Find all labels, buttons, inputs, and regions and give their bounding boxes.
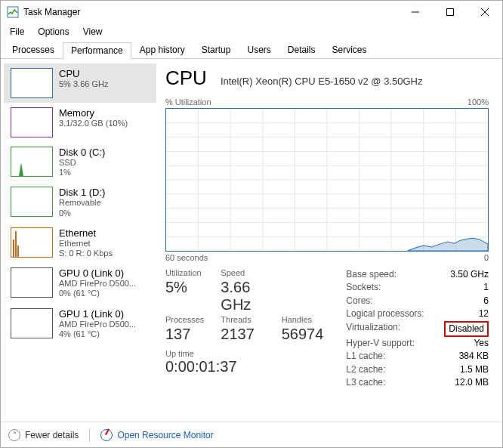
- sidebar-eth-title: Ethernet: [59, 227, 113, 239]
- cpu-thumb: [11, 68, 53, 98]
- threads-label: Threads: [221, 315, 264, 324]
- l1-value: 384 KB: [459, 350, 489, 363]
- tab-processes[interactable]: Processes: [4, 42, 63, 58]
- sidebar-disk1-title: Disk 1 (D:): [59, 187, 105, 198]
- app-icon: [7, 6, 19, 18]
- maximize-button[interactable]: [433, 1, 468, 23]
- l3-value: 12.0 MB: [455, 376, 489, 389]
- disk1-thumb: [11, 187, 53, 217]
- sidebar-item-gpu1[interactable]: GPU 1 (Link 0) AMD FirePro D500... 4% (6…: [4, 304, 156, 344]
- tab-services[interactable]: Services: [324, 42, 375, 58]
- handles-value: 56974: [282, 326, 324, 343]
- sidebar-eth-sub2: S: 0 R: 0 Kbps: [59, 249, 113, 258]
- sidebar-gpu0-sub2: 0% (61 °C): [59, 289, 136, 298]
- tab-users[interactable]: Users: [239, 42, 279, 58]
- cpu-model-name: Intel(R) Xeon(R) CPU E5-1650 v2 @ 3.50GH…: [221, 76, 489, 87]
- menu-view[interactable]: View: [77, 25, 109, 39]
- processes-value: 137: [165, 326, 204, 343]
- handles-label: Handles: [282, 315, 324, 324]
- tab-app-history[interactable]: App history: [131, 42, 193, 58]
- sidebar-item-disk0[interactable]: Disk 0 (C:) SSD 1%: [4, 142, 156, 182]
- utilization-label: Utilization: [165, 268, 204, 277]
- threads-value: 2137: [221, 326, 264, 343]
- chevron-up-icon: ˄: [8, 429, 20, 441]
- footer-divider: [89, 428, 90, 442]
- main-panel: CPU Intel(R) Xeon(R) CPU E5-1650 v2 @ 3.…: [159, 59, 502, 422]
- chart-label-bot-right: 0: [484, 253, 489, 262]
- base-speed-value: 3.50 GHz: [450, 268, 489, 281]
- sidebar-item-memory[interactable]: Memory 3.1/32.0 GB (10%): [4, 103, 156, 142]
- stats: Utilization Speed 5% 3.66 GHz Processes …: [165, 268, 489, 390]
- chart-label-top-left: % Utilization: [165, 97, 211, 107]
- footer: ˄ Fewer details Open Resource Monitor: [1, 422, 502, 447]
- virt-label: Virtualization:: [346, 321, 429, 337]
- l1-label: L1 cache:: [346, 350, 429, 363]
- logical-label: Logical processors:: [346, 307, 429, 320]
- sidebar: CPU 5% 3.66 GHz Memory 3.1/32.0 GB (10%)…: [1, 59, 159, 422]
- sidebar-eth-sub1: Ethernet: [59, 239, 113, 249]
- minimize-button[interactable]: [398, 1, 433, 23]
- window-title: Task Manager: [23, 7, 398, 17]
- sidebar-item-cpu[interactable]: CPU 5% 3.66 GHz: [4, 63, 156, 103]
- page-title: CPU: [165, 66, 207, 90]
- sidebar-item-gpu0[interactable]: GPU 0 (Link 0) AMD FirePro D500... 0% (6…: [4, 263, 156, 303]
- chart-label-top-right: 100%: [468, 97, 489, 107]
- sidebar-item-ethernet[interactable]: Ethernet Ethernet S: 0 R: 0 Kbps: [4, 223, 156, 263]
- eth-thumb: [11, 227, 53, 258]
- memory-thumb: [11, 107, 53, 137]
- utilization-chart[interactable]: [165, 108, 489, 252]
- sidebar-disk1-sub2: 0%: [59, 209, 105, 218]
- sidebar-disk1-sub1: Removable: [59, 198, 105, 208]
- tab-details[interactable]: Details: [279, 42, 324, 58]
- tab-performance[interactable]: Performance: [63, 42, 131, 59]
- sidebar-disk0-sub1: SSD: [59, 158, 105, 168]
- sidebar-item-disk1[interactable]: Disk 1 (D:) Removable 0%: [4, 182, 156, 222]
- sidebar-cpu-title: CPU: [59, 68, 108, 79]
- disk0-thumb: [11, 147, 53, 177]
- sockets-label: Sockets:: [346, 281, 429, 294]
- sidebar-memory-title: Memory: [59, 107, 128, 119]
- gpu0-thumb: [11, 267, 53, 298]
- title-bar: Task Manager: [1, 1, 502, 23]
- speed-label: Speed: [221, 268, 264, 277]
- base-speed-label: Base speed:: [346, 268, 429, 281]
- uptime-label: Up time: [165, 349, 323, 358]
- sidebar-gpu0-sub1: AMD FirePro D500...: [59, 279, 136, 289]
- open-resource-monitor-link[interactable]: Open Resource Monitor: [100, 429, 213, 441]
- utilization-value: 5%: [165, 279, 204, 314]
- close-button[interactable]: [468, 1, 502, 23]
- sidebar-cpu-sub: 5% 3.66 GHz: [59, 79, 108, 89]
- sidebar-gpu1-title: GPU 1 (Link 0): [59, 308, 136, 320]
- stats-right: Base speed:3.50 GHz Sockets:1 Cores:6 Lo…: [346, 268, 489, 390]
- virt-value: Disabled: [444, 321, 489, 337]
- tab-row: Processes Performance App history Startu…: [1, 42, 502, 59]
- sidebar-gpu1-sub2: 4% (61 °C): [59, 329, 136, 339]
- gpu1-thumb: [11, 308, 53, 338]
- hv-value: Yes: [474, 337, 489, 350]
- chart-label-bot-left: 60 seconds: [165, 253, 208, 262]
- menu-options[interactable]: Options: [32, 25, 75, 39]
- menu-file[interactable]: File: [4, 25, 30, 39]
- sidebar-disk0-title: Disk 0 (C:): [59, 147, 105, 158]
- content: CPU 5% 3.66 GHz Memory 3.1/32.0 GB (10%)…: [1, 59, 502, 422]
- svg-rect-2: [447, 9, 454, 16]
- sidebar-gpu1-sub1: AMD FirePro D500...: [59, 320, 136, 329]
- logical-value: 12: [479, 307, 489, 320]
- sidebar-gpu0-title: GPU 0 (Link 0): [59, 267, 136, 279]
- hv-label: Hyper-V support:: [346, 337, 429, 350]
- sockets-value: 1: [483, 281, 489, 294]
- l2-value: 1.5 MB: [460, 363, 489, 376]
- processes-label: Processes: [165, 315, 204, 324]
- cores-label: Cores:: [346, 295, 429, 307]
- sidebar-disk0-sub2: 1%: [59, 168, 105, 178]
- menu-bar: File Options View: [1, 23, 502, 40]
- sidebar-memory-sub: 3.1/32.0 GB (10%): [59, 119, 128, 128]
- open-resource-monitor-label: Open Resource Monitor: [117, 430, 213, 440]
- fewer-details-label: Fewer details: [25, 430, 79, 440]
- l2-label: L2 cache:: [346, 363, 429, 376]
- cores-value: 6: [483, 295, 489, 307]
- tab-startup[interactable]: Startup: [193, 42, 239, 58]
- l3-label: L3 cache:: [346, 376, 429, 389]
- speed-value: 3.66 GHz: [221, 279, 264, 314]
- fewer-details-button[interactable]: ˄ Fewer details: [8, 429, 79, 441]
